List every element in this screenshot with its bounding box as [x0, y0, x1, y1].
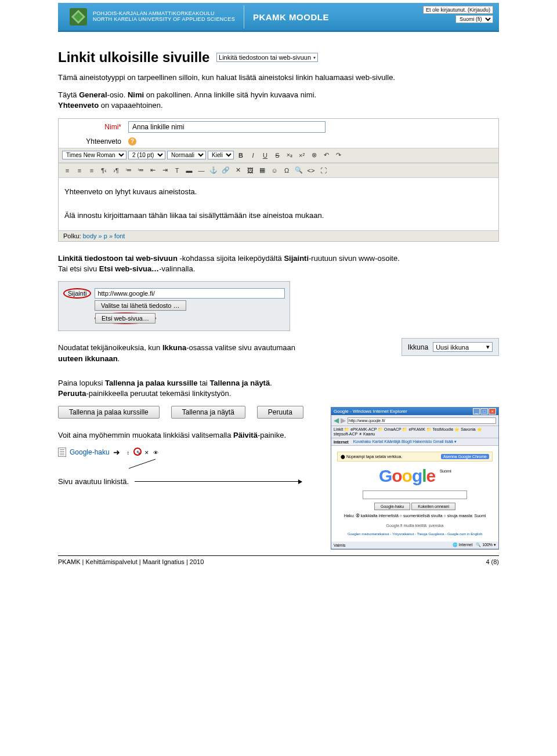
delete-icon[interactable]: ✕ — [143, 449, 151, 457]
chevron-down-icon: ▾ — [313, 55, 316, 60]
size-select[interactable]: 2 (10 pt) — [128, 151, 165, 159]
site-title: PKAMK MOODLE — [253, 12, 329, 22]
location-input[interactable] — [95, 288, 285, 299]
google-logo: Google Suomi — [337, 466, 493, 486]
bold-icon[interactable]: B — [236, 150, 246, 161]
general-paragraph: Täytä General-osio. Nimi on pakollinen. … — [58, 90, 499, 111]
textcolor-icon[interactable]: T — [172, 165, 182, 176]
update-icon[interactable]: ✎ — [133, 448, 142, 456]
clean-icon[interactable]: ⊗ — [309, 150, 319, 161]
location-label: Sijainti — [68, 290, 86, 297]
editor-screenshot: Nimi* Yhteenveto ? Times New Roman 2 (10… — [58, 118, 499, 242]
search-web-button[interactable]: Etsi web-sivua… — [95, 313, 155, 324]
google-search-input[interactable] — [363, 490, 467, 499]
fullscreen-icon[interactable]: ⛶ — [318, 165, 328, 176]
search-scope: Haku: ⦿ kaikkialta internetistä ○ suomen… — [337, 514, 493, 518]
hide-icon[interactable]: 👁 — [152, 449, 160, 457]
browser-tabs: Internet Kuvahaku Kartat Kääntäjä Blogit… — [331, 438, 498, 446]
font-select[interactable]: Times New Roman — [62, 151, 126, 159]
opens-link-row: Sivu avautuu linkistä. — [58, 477, 302, 486]
window-paragraph: Noudatat tekijänoikeuksia, kun Ikkuna-os… — [58, 343, 308, 364]
char-icon[interactable]: Ω — [281, 165, 292, 176]
login-area: Et ole kirjautunut. (Kirjaudu) Suomi (fi… — [423, 6, 493, 23]
svg-line-2 — [129, 459, 155, 468]
window-box: Ikkuna Uusi ikkuna▾ — [402, 338, 499, 356]
choose-file-button[interactable]: Valitse tai lähetä tiedosto … — [95, 300, 186, 311]
bgcolor-icon[interactable]: ▬ — [184, 165, 194, 176]
edit-icons: ↕✎✕👁 — [124, 448, 161, 457]
indent-icon[interactable]: ⇥ — [160, 165, 170, 176]
anchor-icon[interactable]: ⚓ — [208, 165, 219, 176]
back-icon[interactable]: ◀ — [334, 416, 339, 424]
window-controls: _□× — [472, 409, 496, 414]
name-input[interactable] — [128, 121, 325, 133]
underline-icon[interactable]: U — [260, 150, 270, 161]
install-chrome-button[interactable]: Asenna Google Chrome — [441, 454, 489, 459]
header-banner: POHJOIS-KARJALAN AMMATTIKORKEAKOULU NORT… — [58, 3, 499, 32]
outdent-icon[interactable]: ⇤ — [147, 165, 158, 176]
document-icon — [58, 448, 66, 457]
redo-icon[interactable]: ↷ — [333, 150, 343, 161]
browser-title-bar: Google - Windows Internet Explorer _□× — [331, 408, 498, 415]
ul-icon[interactable]: ≔ — [135, 165, 146, 176]
browser-status-bar: Valmis🌐 Internet 🔍 100% ▾ — [331, 541, 498, 549]
google-haku-link[interactable]: Google-haku — [70, 448, 110, 456]
smiley-icon[interactable]: ☺ — [269, 165, 280, 176]
search-icon[interactable]: 🔍 — [294, 165, 304, 176]
editor-toolbar-2: ≡ ≡ ≡ ¶‹ ›¶ ≔ ≔ ⇤ ⇥ T ▬ — ⚓ 🔗 ✕ 🖼 ▦ ☺ Ω … — [59, 163, 498, 178]
cancel-button[interactable]: Peruuta — [257, 406, 303, 419]
undo-icon[interactable]: ↶ — [321, 150, 331, 161]
style-select[interactable]: Normaali — [167, 151, 206, 159]
editor-toolbar-1: Times New Roman 2 (10 pt) Normaali Kieli… — [59, 148, 498, 163]
unlink-icon[interactable]: ✕ — [233, 165, 243, 176]
align-left-icon[interactable]: ≡ — [62, 165, 73, 176]
sijainti-paragraph: Linkitä tiedostoon tai web-sivuun -kohda… — [58, 253, 499, 274]
browser-window: Google - Windows Internet Explorer _□× ◀… — [331, 407, 499, 550]
save-show-button[interactable]: Tallenna ja näytä — [171, 406, 245, 419]
save-return-button[interactable]: Tallenna ja palaa kurssille — [58, 406, 160, 419]
arrow-right-icon: ➜ — [113, 448, 120, 457]
login-link[interactable]: Et ole kirjautunut. (Kirjaudu) — [423, 6, 493, 14]
university-name: POHJOIS-KARJALAN AMMATTIKORKEAKOULU NORT… — [93, 11, 235, 23]
align-right-icon[interactable]: ≡ — [86, 165, 97, 176]
ol-icon[interactable]: ≔ — [123, 165, 133, 176]
address-bar[interactable] — [348, 417, 496, 424]
ltr-icon[interactable]: ¶‹ — [99, 165, 109, 176]
browser-navbar: ◀ ▶ — [331, 415, 498, 426]
html-icon[interactable]: <> — [306, 165, 316, 176]
subscript-icon[interactable]: ×₂ — [284, 150, 295, 161]
lucky-button[interactable]: Kokeilen onneani — [411, 503, 455, 510]
resource-type-select[interactable]: Linkitä tiedostoon tai web-sivuun▾ — [216, 53, 318, 62]
link-icon[interactable]: 🔗 — [220, 165, 231, 176]
page-title: Linkit ulkoisille sivuille — [58, 49, 209, 66]
italic-icon[interactable]: I — [248, 150, 258, 161]
google-search-button[interactable]: Google-haku — [374, 503, 410, 510]
image-icon[interactable]: 🖼 — [245, 165, 255, 176]
forward-icon[interactable]: ▶ — [341, 416, 346, 424]
help-icon[interactable]: ? — [128, 137, 136, 146]
move-icon[interactable]: ↕ — [124, 449, 132, 457]
name-label: Nimi* — [63, 123, 121, 131]
resource-link-row: Google-haku ➜ ↕✎✕👁 — [58, 448, 331, 457]
chevron-down-icon: ▾ — [486, 343, 490, 351]
page-footer: PKAMK | Kehittämispalvelut | Maarit Igna… — [58, 555, 499, 565]
language-select[interactable]: Suomi (fi) — [455, 15, 493, 23]
editor-body[interactable]: Yhteenveto on lyhyt kuvaus aineistosta. … — [59, 178, 498, 230]
chrome-banner: ⬤ Nopeampi tapa selata verkkoa. Asenna G… — [337, 452, 493, 461]
strike-icon[interactable]: S — [272, 150, 283, 161]
browser-links-bar: Linkit 📁 ePKAMK-ACP 📁 OmaACP 📁 ePKAMK 📁 … — [331, 426, 498, 438]
window-label: Ikkuna — [408, 343, 428, 351]
save-paragraph: Paina lopuksi Tallenna ja palaa kurssill… — [58, 378, 499, 399]
rtl-icon[interactable]: ›¶ — [111, 165, 121, 176]
hr-icon[interactable]: — — [196, 165, 207, 176]
summary-label: Yhteenveto — [63, 137, 121, 146]
lang-select[interactable]: Kieli — [208, 151, 234, 159]
superscript-icon[interactable]: ×² — [296, 150, 307, 161]
location-box: Sijainti Valitse tai lähetä tiedosto … E… — [58, 281, 290, 331]
pkamk-logo-icon — [70, 8, 87, 26]
align-center-icon[interactable]: ≡ — [74, 165, 85, 176]
table-icon[interactable]: ▦ — [257, 165, 267, 176]
window-select[interactable]: Uusi ikkuna▾ — [433, 342, 493, 352]
intro-paragraph: Tämä aineistotyyppi on tarpeellinen sill… — [58, 72, 499, 83]
editor-path: Polku: body » p » font — [59, 230, 498, 241]
